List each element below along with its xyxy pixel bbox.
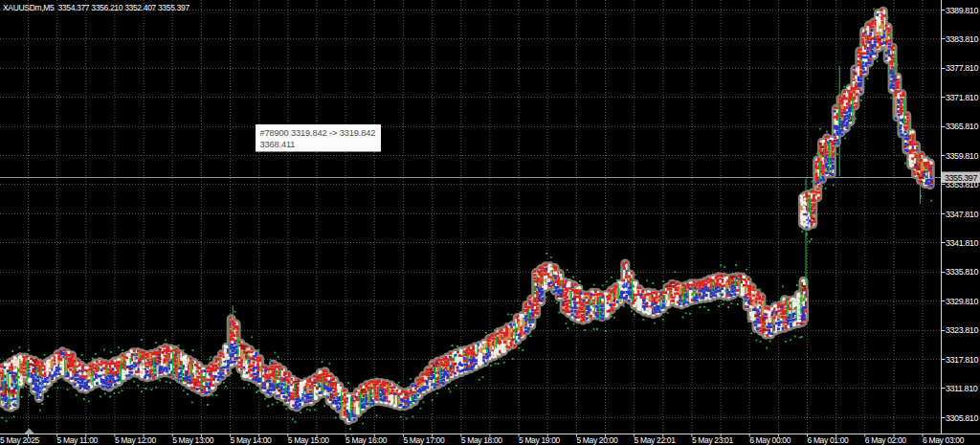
svg-text:5 May 11:00: 5 May 11:00 (57, 435, 99, 445)
svg-text:5 May 13:00: 5 May 13:00 (172, 435, 214, 445)
svg-text:3371.810: 3371.810 (946, 93, 978, 102)
svg-text:3323.810: 3323.810 (946, 325, 978, 335)
svg-text:5 May 14:00: 5 May 14:00 (231, 435, 273, 445)
svg-text:3359.810: 3359.810 (946, 151, 978, 161)
svg-text:3329.810: 3329.810 (946, 297, 978, 306)
svg-text:XAUUSDm,M5 3354.377 3356.210: XAUUSDm,M5 3354.377 3356.210 3352.407 33… (3, 3, 189, 12)
svg-text:5 May 20:00: 5 May 20:00 (576, 435, 618, 445)
svg-text:6 May 01:00: 6 May 01:00 (808, 435, 850, 445)
svg-text:5 May 17:00: 5 May 17:00 (403, 435, 445, 445)
svg-text:3335.810: 3335.810 (946, 267, 978, 277)
svg-text:3377.810: 3377.810 (946, 63, 978, 73)
svg-text:3365.810: 3365.810 (946, 122, 978, 131)
svg-text:5 May 23:01: 5 May 23:01 (692, 435, 734, 445)
svg-text:3355.397: 3355.397 (945, 173, 977, 183)
svg-text:3347.810: 3347.810 (946, 210, 978, 219)
svg-text:5 May 16:00: 5 May 16:00 (345, 435, 388, 445)
svg-text:3311.810: 3311.810 (946, 384, 978, 393)
svg-text:3368.411: 3368.411 (260, 140, 296, 149)
svg-text:3389.810: 3389.810 (946, 6, 978, 15)
svg-text:6 May 03:00: 6 May 03:00 (923, 435, 965, 445)
svg-text:5 May 18:00: 5 May 18:00 (461, 435, 503, 445)
svg-text:5 May 12:00: 5 May 12:00 (115, 435, 157, 445)
svg-text:6 May 00:00: 6 May 00:00 (749, 435, 791, 445)
svg-text:3305.810: 3305.810 (946, 413, 978, 423)
svg-text:3383.810: 3383.810 (946, 34, 978, 44)
svg-text:5 May 2025: 5 May 2025 (0, 435, 40, 445)
svg-text:#78900 3319.842 -> 3319.842: #78900 3319.842 -> 3319.842 (260, 128, 376, 138)
svg-text:3317.810: 3317.810 (946, 355, 978, 365)
svg-text:6 May 02:00: 6 May 02:00 (865, 435, 907, 445)
svg-text:5 May 15:00: 5 May 15:00 (288, 435, 330, 445)
svg-text:3341.810: 3341.810 (946, 238, 978, 248)
svg-text:5 May 22:01: 5 May 22:01 (635, 435, 677, 445)
svg-text:5 May 19:00: 5 May 19:00 (519, 435, 561, 445)
